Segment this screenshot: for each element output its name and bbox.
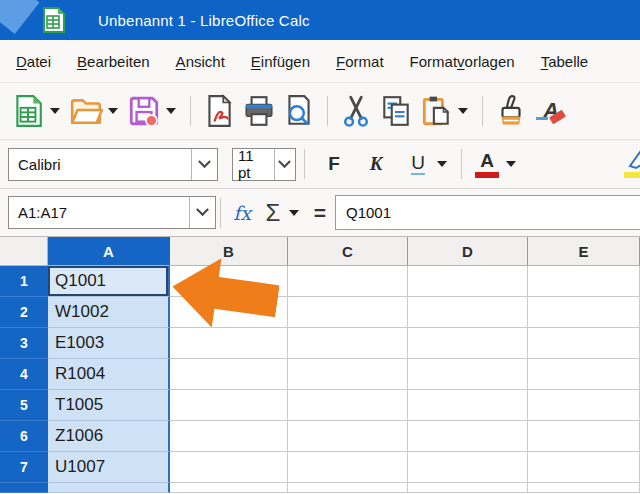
underline-dropdown-arrow-icon[interactable]	[437, 161, 447, 167]
row-header-1[interactable]: 1	[0, 266, 48, 297]
paste-dropdown-arrow-icon[interactable]	[458, 108, 468, 114]
column-header-c[interactable]: C	[288, 237, 408, 266]
font-color-dropdown-arrow-icon[interactable]	[506, 161, 516, 167]
print-icon[interactable]	[239, 89, 279, 133]
cell-e5[interactable]	[528, 390, 640, 421]
menu-tabelle[interactable]: Tabelle	[531, 47, 599, 76]
cell-e7[interactable]	[528, 452, 640, 483]
row-header-2[interactable]: 2	[0, 297, 48, 328]
cell-d6[interactable]	[408, 421, 528, 452]
cell-a8[interactable]	[48, 483, 170, 493]
row-header-6[interactable]: 6	[0, 421, 48, 452]
cell-d5[interactable]	[408, 390, 528, 421]
sheet-row-7: 7 U1007	[0, 452, 640, 483]
save-icon[interactable]	[124, 89, 164, 133]
row-header-5[interactable]: 5	[0, 390, 48, 421]
cell-e4[interactable]	[528, 359, 640, 390]
font-size-combobox[interactable]: 11 pt	[232, 148, 296, 181]
cell-a2[interactable]: W1002	[48, 297, 170, 328]
column-header-e[interactable]: E	[528, 237, 640, 266]
cell-c7[interactable]	[288, 452, 408, 483]
italic-button[interactable]: K	[359, 146, 393, 182]
print-preview-icon[interactable]	[279, 89, 319, 133]
menu-bearbeiten[interactable]: Bearbeiten	[67, 47, 160, 76]
cell-e1[interactable]	[528, 266, 640, 297]
menu-format[interactable]: Format	[326, 47, 394, 76]
clear-formatting-icon[interactable]: A	[531, 89, 571, 133]
clone-formatting-icon[interactable]	[491, 89, 531, 133]
cell-b3[interactable]	[170, 328, 288, 359]
row-header-8[interactable]	[0, 483, 48, 493]
standard-toolbar: A	[0, 83, 640, 140]
row-header-3[interactable]: 3	[0, 328, 48, 359]
cell-c6[interactable]	[288, 421, 408, 452]
function-wizard-icon[interactable]: fx	[225, 202, 259, 224]
cell-c8[interactable]	[288, 483, 408, 493]
font-name-value: Calibri	[9, 149, 70, 180]
cell-e3[interactable]	[528, 328, 640, 359]
cell-b7[interactable]	[170, 452, 288, 483]
menu-ansicht[interactable]: Ansicht	[166, 47, 235, 76]
cut-icon[interactable]	[336, 89, 376, 133]
cell-e8[interactable]	[528, 483, 640, 493]
cell-c3[interactable]	[288, 328, 408, 359]
menu-formatvorlagen[interactable]: Formatvorlagen	[400, 47, 525, 76]
sum-dropdown-arrow-icon[interactable]	[289, 210, 299, 216]
cell-c2[interactable]	[288, 297, 408, 328]
open-file-icon[interactable]	[66, 89, 106, 133]
name-box-dropdown[interactable]	[189, 197, 215, 228]
bold-button[interactable]: F	[317, 146, 351, 182]
font-color-button[interactable]: A	[470, 146, 504, 182]
font-name-dropdown[interactable]	[191, 149, 217, 180]
calc-document-icon	[42, 7, 66, 33]
cell-d4[interactable]	[408, 359, 528, 390]
cell-d8[interactable]	[408, 483, 528, 493]
cell-c5[interactable]	[288, 390, 408, 421]
menu-einfuegen[interactable]: Einfügen	[241, 47, 320, 76]
cell-d2[interactable]	[408, 297, 528, 328]
row-header-4[interactable]: 4	[0, 359, 48, 390]
paste-icon[interactable]	[416, 89, 456, 133]
cell-a3[interactable]: E1003	[48, 328, 170, 359]
underline-button[interactable]: U	[401, 146, 435, 182]
font-name-combobox[interactable]: Calibri	[8, 148, 218, 181]
cell-e6[interactable]	[528, 421, 640, 452]
cell-c1[interactable]	[288, 266, 408, 297]
cell-a6[interactable]: Z1006	[48, 421, 170, 452]
column-header-b[interactable]: B	[170, 237, 288, 266]
new-dropdown-arrow-icon[interactable]	[50, 108, 60, 114]
open-dropdown-arrow-icon[interactable]	[108, 108, 118, 114]
chevron-down-icon	[279, 155, 292, 168]
cell-d1[interactable]	[408, 266, 528, 297]
font-size-dropdown[interactable]	[274, 149, 295, 180]
export-pdf-icon[interactable]	[199, 89, 239, 133]
column-header-d[interactable]: D	[408, 237, 528, 266]
sum-icon[interactable]: Σ	[259, 199, 287, 227]
cell-a5[interactable]: T1005	[48, 390, 170, 421]
save-dropdown-arrow-icon[interactable]	[166, 108, 176, 114]
font-color-bar	[475, 172, 499, 178]
cell-b6[interactable]	[170, 421, 288, 452]
cell-b4[interactable]	[170, 359, 288, 390]
highlight-color-button[interactable]	[624, 148, 640, 178]
cell-a7[interactable]: U1007	[48, 452, 170, 483]
copy-icon[interactable]	[376, 89, 416, 133]
name-box[interactable]: A1:A17	[8, 196, 216, 229]
cell-c4[interactable]	[288, 359, 408, 390]
formula-input-line[interactable]: Q1001	[335, 195, 640, 230]
name-box-value: A1:A17	[9, 197, 76, 228]
cell-b5[interactable]	[170, 390, 288, 421]
cell-e2[interactable]	[528, 297, 640, 328]
row-header-7[interactable]: 7	[0, 452, 48, 483]
select-all-corner[interactable]	[0, 237, 48, 266]
column-header-a[interactable]: A	[48, 237, 170, 266]
cell-a1[interactable]: Q1001	[48, 266, 170, 297]
cell-d7[interactable]	[408, 452, 528, 483]
new-document-icon[interactable]	[8, 89, 48, 133]
libreoffice-calc-window: Unbenannt 1 - LibreOffice Calc Datei Bea…	[0, 0, 640, 494]
menu-datei[interactable]: Datei	[6, 47, 61, 76]
cell-b8[interactable]	[170, 483, 288, 493]
cell-a4[interactable]: R1004	[48, 359, 170, 390]
formula-equals-icon[interactable]: =	[305, 201, 335, 225]
cell-d3[interactable]	[408, 328, 528, 359]
